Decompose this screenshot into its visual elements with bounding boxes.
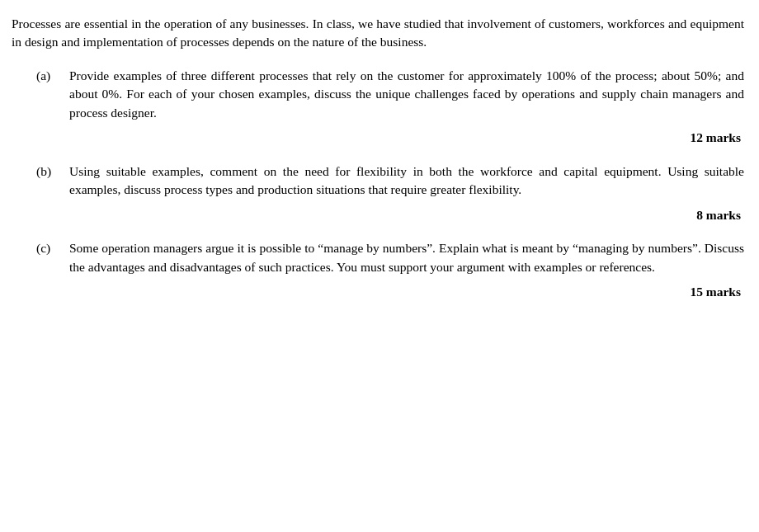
- intro-paragraph: Processes are essential in the operation…: [12, 15, 744, 52]
- question-label-a: (a): [20, 67, 69, 122]
- question-label-c: (c): [20, 239, 69, 276]
- marks-a: 12 marks: [20, 129, 744, 147]
- question-text-a: Provide examples of three different proc…: [69, 67, 744, 122]
- question-block-a: (a) Provide examples of three different …: [20, 67, 744, 122]
- question-text-b: Using suitable examples, comment on the …: [69, 162, 744, 200]
- question-text-c: Some operation managers argue it is poss…: [69, 239, 744, 276]
- marks-b: 8 marks: [20, 206, 744, 224]
- question-label-b: (b): [20, 162, 69, 200]
- question-block-c: (c) Some operation managers argue it is …: [20, 239, 744, 276]
- marks-c: 15 marks: [20, 283, 744, 301]
- question-block-b: (b) Using suitable examples, comment on …: [20, 162, 744, 200]
- questions-container: (a) Provide examples of three different …: [12, 67, 744, 302]
